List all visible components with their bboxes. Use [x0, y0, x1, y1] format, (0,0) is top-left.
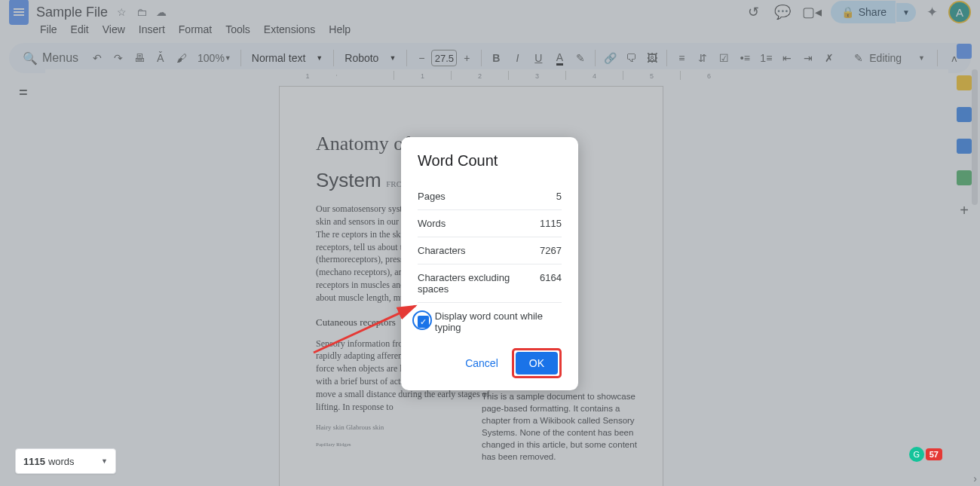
dialog-title: Word Count: [418, 152, 562, 170]
stat-pages: Pages5: [418, 183, 562, 210]
stat-chars-nospace: Characters excluding spaces6164: [418, 264, 562, 303]
annotation-ok-highlight: OK: [512, 348, 562, 378]
grammarly-count: 57: [926, 448, 942, 460]
chevron-down-icon: ▼: [101, 457, 108, 465]
word-count-pill[interactable]: 1115 words ▼: [15, 448, 116, 474]
grammarly-badge[interactable]: G 57: [909, 447, 942, 462]
grammarly-icon: G: [909, 447, 924, 462]
word-count-dialog: Word Count Pages5 Words1115 Characters72…: [401, 137, 578, 390]
display-while-typing-checkbox[interactable]: ✓: [418, 316, 429, 328]
wc-count: 1115: [23, 456, 45, 467]
stat-words: Words1115: [418, 210, 562, 237]
annotation-circle: [412, 310, 432, 330]
cancel-button[interactable]: Cancel: [459, 353, 504, 374]
ok-button[interactable]: OK: [516, 352, 558, 374]
wc-label: words: [48, 456, 75, 467]
checkbox-label: Display word count while typing: [435, 310, 562, 333]
stat-chars: Characters7267: [418, 237, 562, 264]
